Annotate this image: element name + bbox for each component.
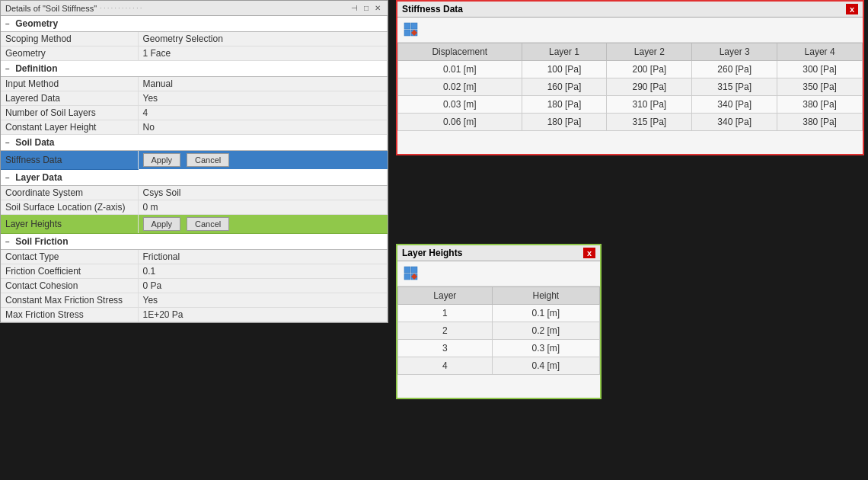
layer-cell: 340 [Pa] — [692, 96, 777, 114]
height-cell: 0.4 [m] — [492, 357, 599, 375]
table-row: Constant Layer Height No — [1, 120, 388, 135]
table-row: Layered Data Yes — [1, 91, 388, 106]
layered-data-value: Yes — [138, 91, 388, 106]
stiffness-apply-button[interactable]: Apply — [143, 153, 181, 167]
layer-dialog-footer — [397, 375, 600, 398]
displacement-cell: 0.06 [m] — [398, 114, 522, 131]
layer-data-toggle[interactable]: − — [5, 174, 10, 182]
details-panel: Details of "Soil Stiffness" ············… — [0, 0, 388, 323]
soil-surface-value: 0 m — [138, 200, 388, 214]
svg-rect-5 — [404, 267, 410, 273]
layered-data-label: Layered Data — [1, 91, 138, 106]
friction-coeff-value: 0.1 — [138, 264, 388, 279]
details-table: − Geometry Scoping Method Geometry Selec… — [1, 16, 388, 322]
stiffness-dialog-title: Stiffness Data — [402, 4, 463, 14]
close-icon[interactable]: ✕ — [372, 3, 383, 13]
coordinate-system-label: Coordinate System — [1, 185, 138, 200]
max-friction-stress-label: Max Friction Stress — [1, 308, 138, 322]
const-max-friction-value: Yes — [138, 293, 388, 308]
layer-grid-icon — [402, 264, 420, 283]
height-cell: 0.1 [m] — [492, 305, 599, 322]
layer-cell: 100 [Pa] — [522, 61, 607, 78]
layer-num-cell: 1 — [398, 305, 493, 322]
layer-cell: 380 [Pa] — [777, 114, 863, 131]
table-row: Coordinate System Csys Soil — [1, 185, 388, 200]
col-layer4: Layer 4 — [777, 43, 863, 61]
definition-section-header: − Definition — [1, 61, 388, 77]
layer-heights-row: Layer Heights Apply Cancel — [1, 214, 388, 234]
table-row: 10.1 [m] — [398, 305, 600, 322]
col-layer1: Layer 1 — [522, 43, 607, 61]
layer-heights-buttons-cell: Apply Cancel — [139, 215, 388, 234]
layer-cell: 380 [Pa] — [777, 96, 863, 114]
soil-data-section-header: − Soil Data — [1, 135, 388, 151]
layer-heights-label: Layer Heights — [1, 214, 138, 234]
const-layer-height-label: Constant Layer Height — [1, 120, 138, 135]
stiffness-cancel-button[interactable]: Cancel — [187, 153, 229, 167]
scoping-method-value: Geometry Selection — [138, 32, 388, 46]
layer-dialog-toolbar — [397, 261, 600, 286]
layer-heights-dialog: Layer Heights x Layer Height 10.1 [m]20.… — [396, 244, 602, 399]
layer-num-cell: 2 — [398, 322, 493, 340]
coordinate-system-value: Csys Soil — [138, 185, 388, 200]
layer-cell: 180 [Pa] — [522, 96, 607, 114]
table-row: 0.03 [m]180 [Pa]310 [Pa]340 [Pa]380 [Pa] — [398, 96, 863, 114]
svg-rect-1 — [411, 23, 417, 29]
layer-cell: 350 [Pa] — [777, 78, 863, 96]
col-layer: Layer — [398, 287, 493, 305]
definition-label: Definition — [15, 63, 57, 74]
table-row: Contact Cohesion 0 Pa — [1, 279, 388, 293]
layer-heights-apply-button[interactable]: Apply — [143, 217, 181, 231]
geometry-toggle[interactable]: − — [5, 20, 10, 28]
stiffness-dialog-footer — [397, 131, 863, 154]
stiffness-dialog-close-button[interactable]: x — [846, 4, 858, 14]
layer-num-cell: 3 — [398, 340, 493, 357]
soil-data-toggle[interactable]: − — [5, 139, 10, 147]
layer-cell: 340 [Pa] — [692, 114, 777, 131]
displacement-cell: 0.01 [m] — [398, 61, 522, 78]
layer-cell: 315 [Pa] — [692, 78, 777, 96]
window-icon[interactable]: □ — [362, 3, 371, 13]
table-row: Contact Type Frictional — [1, 250, 388, 264]
layer-cell: 290 [Pa] — [607, 78, 692, 96]
table-row: 20.2 [m] — [398, 322, 600, 340]
layer-data-section-header: − Layer Data — [1, 169, 388, 185]
layer-data-table: Layer Height 10.1 [m]20.2 [m]30.3 [m]40.… — [397, 286, 600, 375]
title-bar-left: Details of "Soil Stiffness" ············ — [5, 4, 143, 13]
stiffness-dialog-toolbar — [397, 18, 863, 43]
details-title: Details of "Soil Stiffness" — [5, 4, 97, 13]
displacement-cell: 0.03 [m] — [398, 96, 522, 114]
stiffness-data-table: Displacement Layer 1 Layer 2 Layer 3 Lay… — [397, 43, 863, 131]
layer-dialog-close-button[interactable]: x — [583, 248, 595, 258]
title-bar-icons[interactable]: ⊣ □ ✕ — [349, 3, 383, 13]
const-layer-height-value: No — [138, 120, 388, 135]
stiffness-data-label: Stiffness Data — [1, 151, 138, 170]
layer-data-label: Layer Data — [15, 172, 62, 183]
stiffness-data-row: Stiffness Data Apply Cancel — [1, 151, 388, 170]
num-soil-layers-value: 4 — [138, 106, 388, 120]
table-row: Number of Soil Layers 4 — [1, 106, 388, 120]
table-row: Friction Coefficient 0.1 — [1, 264, 388, 279]
svg-rect-7 — [404, 274, 410, 280]
max-friction-stress-value: 1E+20 Pa — [138, 308, 388, 322]
layer-num-cell: 4 — [398, 357, 493, 375]
layer-cell: 315 [Pa] — [607, 114, 692, 131]
contact-cohesion-value: 0 Pa — [138, 279, 388, 293]
height-cell: 0.2 [m] — [492, 322, 599, 340]
soil-friction-label: Soil Friction — [15, 236, 68, 247]
stiffness-grid-icon — [402, 21, 420, 39]
soil-friction-toggle[interactable]: − — [5, 238, 10, 246]
const-max-friction-label: Constant Max Friction Stress — [1, 293, 138, 308]
contact-cohesion-label: Contact Cohesion — [1, 279, 138, 293]
geometry-section-header: − Geometry — [1, 16, 388, 32]
layer-heights-cancel-button[interactable]: Cancel — [187, 217, 229, 231]
table-row: Constant Max Friction Stress Yes — [1, 293, 388, 308]
table-row: Input Method Manual — [1, 77, 388, 91]
layer-cell: 260 [Pa] — [692, 61, 777, 78]
num-soil-layers-label: Number of Soil Layers — [1, 106, 138, 120]
pin-icon[interactable]: ⊣ — [349, 3, 360, 13]
layer-dialog-title-bar: Layer Heights x — [397, 245, 600, 261]
definition-toggle[interactable]: − — [5, 65, 10, 73]
input-method-value: Manual — [138, 77, 388, 91]
layer-cell: 300 [Pa] — [777, 61, 863, 78]
